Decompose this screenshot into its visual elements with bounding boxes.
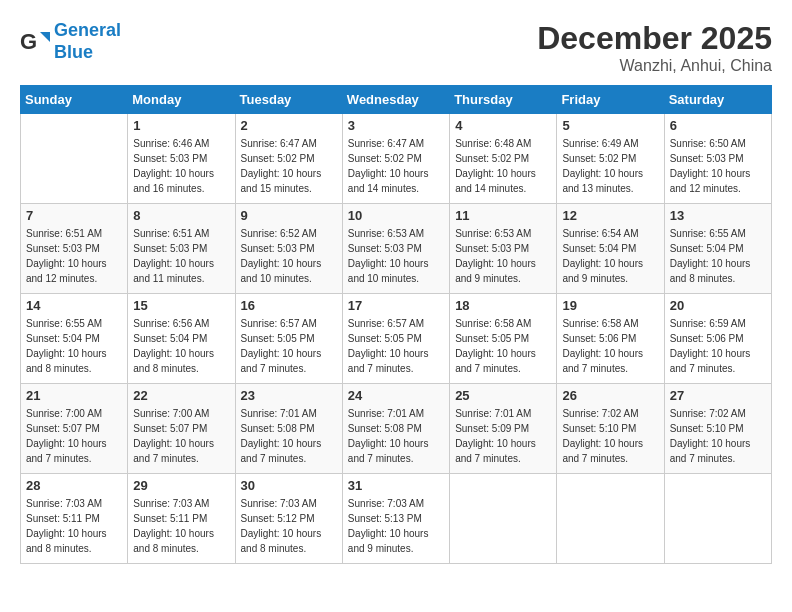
info-line: and 12 minutes. [26,271,122,286]
cell-info: Sunrise: 7:03 AMSunset: 5:13 PMDaylight:… [348,496,444,556]
info-line: Sunset: 5:03 PM [133,241,229,256]
info-line: Daylight: 10 hours [455,346,551,361]
info-line: and 16 minutes. [133,181,229,196]
info-line: Daylight: 10 hours [562,256,658,271]
logo-icon: G [20,27,50,57]
calendar-cell: 5Sunrise: 6:49 AMSunset: 5:02 PMDaylight… [557,114,664,204]
svg-text:G: G [20,29,37,54]
day-number: 4 [455,118,551,133]
col-header-friday: Friday [557,86,664,114]
info-line: Sunrise: 6:55 AM [26,316,122,331]
header-row: SundayMondayTuesdayWednesdayThursdayFrid… [21,86,772,114]
info-line: Daylight: 10 hours [241,436,337,451]
cell-info: Sunrise: 6:48 AMSunset: 5:02 PMDaylight:… [455,136,551,196]
week-row-2: 7Sunrise: 6:51 AMSunset: 5:03 PMDaylight… [21,204,772,294]
calendar-cell: 31Sunrise: 7:03 AMSunset: 5:13 PMDayligh… [342,474,449,564]
info-line: and 10 minutes. [241,271,337,286]
day-number: 3 [348,118,444,133]
info-line: Sunrise: 7:03 AM [241,496,337,511]
day-number: 12 [562,208,658,223]
col-header-saturday: Saturday [664,86,771,114]
info-line: and 7 minutes. [241,451,337,466]
day-number: 25 [455,388,551,403]
cell-info: Sunrise: 6:52 AMSunset: 5:03 PMDaylight:… [241,226,337,286]
week-row-5: 28Sunrise: 7:03 AMSunset: 5:11 PMDayligh… [21,474,772,564]
info-line: Sunset: 5:03 PM [348,241,444,256]
info-line: Sunrise: 7:03 AM [26,496,122,511]
info-line: Sunset: 5:02 PM [241,151,337,166]
logo-text: General Blue [54,20,121,63]
info-line: and 7 minutes. [455,451,551,466]
info-line: Sunrise: 7:01 AM [455,406,551,421]
cell-info: Sunrise: 7:01 AMSunset: 5:09 PMDaylight:… [455,406,551,466]
info-line: Sunrise: 6:52 AM [241,226,337,241]
cell-info: Sunrise: 7:03 AMSunset: 5:12 PMDaylight:… [241,496,337,556]
calendar-cell: 17Sunrise: 6:57 AMSunset: 5:05 PMDayligh… [342,294,449,384]
cell-info: Sunrise: 6:59 AMSunset: 5:06 PMDaylight:… [670,316,766,376]
day-number: 17 [348,298,444,313]
info-line: Sunrise: 6:56 AM [133,316,229,331]
cell-info: Sunrise: 6:50 AMSunset: 5:03 PMDaylight:… [670,136,766,196]
info-line: Sunset: 5:06 PM [562,331,658,346]
info-line: Sunset: 5:03 PM [670,151,766,166]
info-line: and 11 minutes. [133,271,229,286]
calendar-cell: 2Sunrise: 6:47 AMSunset: 5:02 PMDaylight… [235,114,342,204]
day-number: 5 [562,118,658,133]
calendar-cell: 20Sunrise: 6:59 AMSunset: 5:06 PMDayligh… [664,294,771,384]
info-line: Sunset: 5:13 PM [348,511,444,526]
info-line: and 7 minutes. [26,451,122,466]
calendar-cell [664,474,771,564]
info-line: Daylight: 10 hours [241,346,337,361]
info-line: Sunrise: 6:47 AM [241,136,337,151]
calendar-table: SundayMondayTuesdayWednesdayThursdayFrid… [20,85,772,564]
info-line: and 7 minutes. [670,361,766,376]
info-line: and 9 minutes. [348,541,444,556]
info-line: and 7 minutes. [455,361,551,376]
info-line: Sunrise: 6:51 AM [133,226,229,241]
week-row-4: 21Sunrise: 7:00 AMSunset: 5:07 PMDayligh… [21,384,772,474]
info-line: Sunrise: 6:54 AM [562,226,658,241]
info-line: Sunrise: 6:53 AM [348,226,444,241]
calendar-cell [557,474,664,564]
info-line: and 14 minutes. [348,181,444,196]
info-line: Daylight: 10 hours [26,256,122,271]
title-block: December 2025 Wanzhi, Anhui, China [537,20,772,75]
day-number: 19 [562,298,658,313]
info-line: Daylight: 10 hours [133,346,229,361]
info-line: and 12 minutes. [670,181,766,196]
info-line: Sunset: 5:05 PM [348,331,444,346]
cell-info: Sunrise: 6:58 AMSunset: 5:05 PMDaylight:… [455,316,551,376]
cell-info: Sunrise: 7:00 AMSunset: 5:07 PMDaylight:… [133,406,229,466]
info-line: Daylight: 10 hours [562,436,658,451]
info-line: Sunset: 5:06 PM [670,331,766,346]
info-line: Daylight: 10 hours [348,526,444,541]
info-line: and 8 minutes. [26,541,122,556]
info-line: Sunset: 5:08 PM [348,421,444,436]
calendar-cell: 8Sunrise: 6:51 AMSunset: 5:03 PMDaylight… [128,204,235,294]
cell-info: Sunrise: 6:46 AMSunset: 5:03 PMDaylight:… [133,136,229,196]
info-line: Daylight: 10 hours [26,436,122,451]
info-line: Sunset: 5:04 PM [26,331,122,346]
info-line: Daylight: 10 hours [133,256,229,271]
info-line: Sunset: 5:02 PM [562,151,658,166]
calendar-cell [450,474,557,564]
info-line: Sunset: 5:11 PM [133,511,229,526]
info-line: and 7 minutes. [562,361,658,376]
calendar-cell: 15Sunrise: 6:56 AMSunset: 5:04 PMDayligh… [128,294,235,384]
info-line: Sunrise: 6:58 AM [455,316,551,331]
info-line: Daylight: 10 hours [670,166,766,181]
info-line: Sunrise: 7:03 AM [133,496,229,511]
info-line: and 7 minutes. [133,451,229,466]
info-line: Sunrise: 7:01 AM [241,406,337,421]
day-number: 13 [670,208,766,223]
cell-info: Sunrise: 7:03 AMSunset: 5:11 PMDaylight:… [26,496,122,556]
day-number: 14 [26,298,122,313]
info-line: Sunset: 5:07 PM [133,421,229,436]
info-line: Daylight: 10 hours [241,526,337,541]
info-line: Sunrise: 6:57 AM [241,316,337,331]
col-header-tuesday: Tuesday [235,86,342,114]
info-line: Sunrise: 7:02 AM [562,406,658,421]
day-number: 10 [348,208,444,223]
cell-info: Sunrise: 7:01 AMSunset: 5:08 PMDaylight:… [241,406,337,466]
info-line: and 10 minutes. [348,271,444,286]
